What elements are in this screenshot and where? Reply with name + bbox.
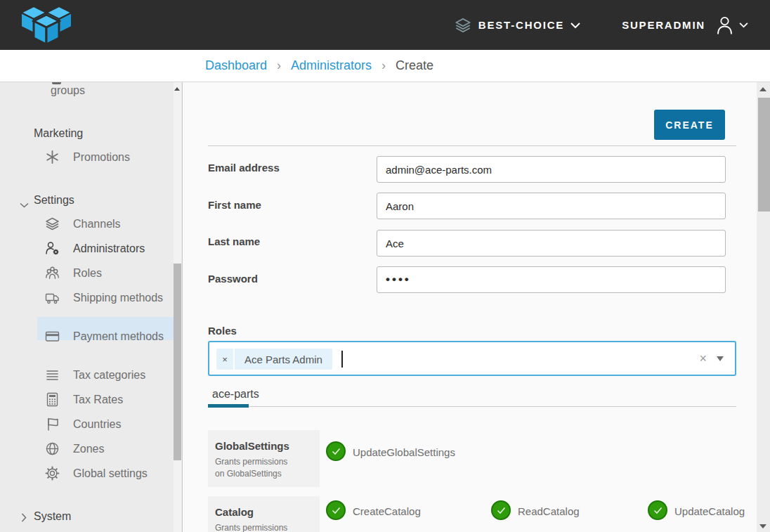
permission-name: UpdateCatalog — [674, 505, 745, 517]
clear-selection-icon[interactable]: × — [699, 351, 707, 366]
last-name-field[interactable] — [377, 230, 726, 257]
sidebar-item-promotions[interactable]: Promotions — [45, 148, 177, 167]
sidebar-item-label: Global settings — [73, 467, 148, 479]
sidebar-item-payment-methods[interactable]: Payment methods — [45, 327, 177, 346]
sidebar-item-zones[interactable]: Zones — [45, 440, 177, 458]
text-caret — [341, 351, 343, 368]
permission-group-description: Grants permissions on Products, Facets — [215, 522, 294, 532]
first-name-label: First name — [208, 199, 261, 211]
roles-select[interactable]: × Ace Parts Admin × — [208, 341, 736, 376]
check-icon — [497, 507, 506, 514]
users-group-icon — [45, 266, 60, 280]
check-icon — [332, 448, 341, 455]
sidebar-item-label: Tax categories — [73, 369, 145, 381]
permission-group-title: Catalog — [215, 506, 313, 518]
sidebar-item-label: Zones — [73, 443, 104, 455]
toggle-update-global-settings[interactable] — [326, 441, 346, 461]
user-icon — [715, 15, 734, 35]
chip-label: Ace Parts Admin — [235, 349, 332, 370]
scrollbar-thumb[interactable] — [174, 264, 181, 460]
sidebar-item-label: Countries — [73, 418, 121, 430]
chip-remove-icon[interactable]: × — [216, 349, 233, 370]
active-tab-indicator — [208, 404, 249, 408]
truck-icon — [45, 290, 60, 305]
tab-ace-parts[interactable]: ace-parts — [212, 388, 259, 401]
toggle-update-catalog[interactable] — [648, 500, 667, 520]
sidebar-section-system[interactable]: System — [34, 510, 71, 523]
sidebar-item-label: Channels — [73, 218, 121, 230]
dropdown-arrow-icon[interactable] — [717, 356, 724, 361]
vendure-logo[interactable] — [20, 5, 73, 46]
sidebar-item-shipping-methods[interactable]: Shipping methods — [45, 289, 177, 307]
sidebar-nav: groups Marketing Promotions Settings Cha… — [0, 82, 183, 532]
list-icon — [45, 368, 60, 382]
permission-name: ReadCatalog — [518, 505, 580, 517]
credit-card-icon — [45, 329, 60, 344]
sidebar-item-countries[interactable]: Countries — [45, 415, 177, 434]
sidebar-item-customer-groups-clipped[interactable]: groups — [51, 84, 85, 97]
sidebar-item-administrators[interactable]: Administrators — [45, 240, 177, 258]
globe-icon — [45, 441, 60, 456]
chevron-down-icon — [20, 198, 29, 211]
app-window: BEST-CHOICE SUPERADMIN Dashboard › Admin… — [0, 0, 770, 532]
sidebar-scrollbar[interactable] — [174, 82, 181, 532]
chevron-down-icon — [570, 22, 581, 29]
chevron-right-icon — [21, 512, 27, 525]
sidebar-item-label: Shipping methods — [73, 292, 163, 304]
topbar-right-cluster: BEST-CHOICE SUPERADMIN — [455, 0, 749, 50]
first-name-field[interactable] — [377, 193, 726, 219]
breadcrumb-separator: › — [277, 58, 281, 73]
sidebar-item-label: Administrators — [73, 242, 145, 254]
breadcrumb-administrators[interactable]: Administrators — [291, 58, 372, 73]
password-label: Password — [208, 273, 258, 285]
toggle-read-catalog[interactable] — [491, 500, 511, 520]
chevron-down-icon — [738, 22, 749, 28]
permission-group-title: GlobalSettings — [215, 440, 313, 452]
sidebar-item-roles[interactable]: Roles — [45, 264, 177, 283]
sidebar-item-label: Tax Rates — [73, 394, 123, 406]
toggle-create-catalog[interactable] — [326, 500, 346, 520]
check-icon — [332, 507, 341, 514]
section-divider — [208, 145, 736, 146]
tab-baseline — [208, 406, 736, 407]
permission-group-description: Grants permissions on GlobalSettings — [215, 456, 294, 480]
scroll-up-arrow[interactable] — [174, 87, 180, 91]
create-button[interactable]: CREATE — [654, 110, 725, 140]
asterisk-icon — [45, 150, 60, 164]
main-scrollbar[interactable] — [757, 82, 770, 532]
sidebar-item-channels[interactable]: Channels — [45, 215, 177, 233]
calculator-icon — [45, 392, 60, 407]
breadcrumb: Dashboard › Administrators › Create — [0, 50, 770, 82]
channel-switcher[interactable]: BEST-CHOICE — [455, 17, 581, 34]
scroll-down-arrow[interactable] — [759, 524, 766, 528]
sidebar-item-global-settings[interactable]: Global settings — [45, 465, 177, 483]
user-name: SUPERADMIN — [622, 19, 705, 31]
role-chip: × Ace Parts Admin — [216, 349, 332, 370]
user-menu[interactable]: SUPERADMIN — [622, 15, 749, 35]
vendure-cubes-icon — [20, 5, 73, 46]
sidebar-item-label: Roles — [73, 267, 102, 279]
check-icon — [653, 507, 663, 514]
breadcrumb-dashboard[interactable]: Dashboard — [205, 58, 267, 73]
scroll-up-arrow[interactable] — [759, 87, 766, 91]
permission-group-header: GlobalSettings Grants permissions on Glo… — [208, 430, 320, 487]
sidebar-section-settings[interactable]: Settings — [34, 194, 74, 207]
sidebar-item-label: Promotions — [73, 151, 130, 163]
email-field[interactable] — [377, 156, 726, 183]
last-name-label: Last name — [208, 235, 260, 247]
topbar: BEST-CHOICE SUPERADMIN — [0, 0, 770, 50]
breadcrumb-current: Create — [396, 58, 433, 73]
email-label: Email address — [208, 162, 280, 174]
permission-group-header: Catalog Grants permissions on Products, … — [208, 496, 320, 532]
scrollbar-thumb[interactable] — [758, 98, 770, 212]
channel-name: BEST-CHOICE — [478, 19, 564, 31]
sidebar-item-tax-rates[interactable]: Tax Rates — [45, 391, 177, 409]
gear-icon — [45, 466, 60, 481]
breadcrumb-separator: › — [381, 58, 386, 73]
password-field[interactable] — [377, 266, 726, 293]
flag-icon — [45, 417, 60, 432]
sidebar-item-label: Payment methods — [73, 330, 164, 342]
layers-icon — [45, 216, 60, 231]
permission-name: UpdateGlobalSettings — [353, 446, 455, 458]
sidebar-item-tax-categories[interactable]: Tax categories — [45, 366, 177, 384]
